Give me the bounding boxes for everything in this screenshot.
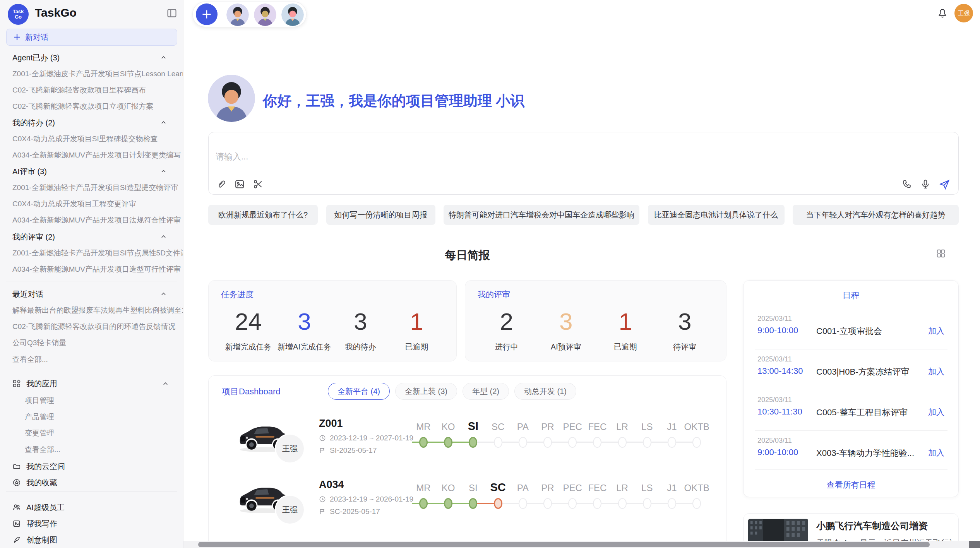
chevron-up-icon[interactable] [161,291,166,296]
app-link[interactable]: 项目管理 [25,395,180,406]
list-item[interactable]: C02-飞腾新能源轻客改款项目里程碑画布 [12,84,183,96]
list-item[interactable]: 解释最新出台的欧盟报废车法规再生塑料比例被调至15% [12,305,183,316]
schedule-event[interactable]: X003-车辆动力学性能验... [816,447,914,459]
project-code[interactable]: A034 [319,479,344,491]
milestone-dot [692,437,701,448]
milestone-label: PEC [563,483,582,493]
view-all-schedule-link[interactable]: 查看所有日程 [744,480,958,490]
schedule-date: 2025/03/11 [757,396,792,404]
suggestion-chip[interactable]: 当下年轻人对汽车外观有怎样的喜好趋势 [793,205,959,225]
chat-input[interactable] [216,152,796,162]
avatar[interactable] [226,3,249,26]
chevron-up-icon[interactable] [161,120,166,125]
phone-icon[interactable] [901,179,912,190]
chevron-up-icon[interactable] [161,169,166,173]
sidebar-item-my-apps[interactable]: 我的应用 [12,378,57,389]
tab-new-platform[interactable]: 全新平台 (4) [328,383,390,400]
join-link[interactable]: 加入 [928,447,944,458]
list-item[interactable]: 公司Q3轻卡销量 [12,337,183,349]
milestone-dot [494,437,502,448]
layout-grid-icon[interactable] [936,248,946,259]
schedule-event[interactable]: C005-整车工程目标评审 [816,407,908,418]
list-item[interactable]: Z001-全新燃油皮卡产品开发项目SI节点Lesson Learn报告 [12,68,183,80]
milestone-label: KO [442,483,455,493]
sidebar-item-creative-draw[interactable]: 创意制图 [12,534,57,546]
app-link[interactable]: 变更管理 [25,427,180,439]
section-recent-chats[interactable]: 最近对话 [12,288,171,300]
schedule-time: 13:00-14:30 [757,366,803,376]
sidebar-item-help-write[interactable]: 帮我写作 [12,518,57,529]
join-link[interactable]: 加入 [928,366,944,377]
section-agent-done[interactable]: Agent已办 (3) [12,52,171,63]
dashboard-title: 项目Dashboard [222,386,281,397]
horizontal-scrollbar-thumb[interactable] [198,542,930,547]
image-upload-icon[interactable] [234,179,245,190]
list-item[interactable]: A034-全新新能源MUV产品开发项目法规符合性评审 [12,214,183,226]
view-all-link[interactable]: 查看全部... [25,444,180,456]
logo-text-top: Task [13,9,24,14]
sidebar-item-favorites[interactable]: 我的收藏 [12,477,57,488]
scissors-icon[interactable] [253,179,264,190]
list-item[interactable]: Z001-全新燃油轻卡产品开发项目SI节点属性5D文件评审 [12,247,183,259]
plus-icon [14,34,21,41]
section-my-todo[interactable]: 我的待办 (2) [12,117,171,128]
milestone-dot [568,437,577,448]
divider [6,367,177,367]
sidebar-item-ai-employee[interactable]: AI超级员工 [12,502,65,513]
suggestion-chip[interactable]: 特朗普可能对进口汽车增税会对中国车企造成哪些影响 [444,205,639,225]
send-icon[interactable] [939,179,950,190]
suggestion-chip[interactable]: 欧洲新规最近颁布了什么? [208,205,318,225]
milestone-label: MR [416,421,430,432]
list-item[interactable]: C0X4-动力总成开发项目SI里程碑提交物检查 [12,133,183,145]
sidebar-collapse-icon[interactable] [166,8,177,19]
milestone-dot [543,437,552,448]
avatar[interactable] [254,3,276,26]
list-item[interactable]: A034-全新新能源MUV产品开发项目造型可行性评审 [12,264,183,275]
stat-in-progress: 2进行中 [477,302,536,361]
list-item[interactable]: C0X4-动力总成开发项目工程变更评审 [12,198,183,210]
section-ai-review[interactable]: AI评审 (3) [12,166,171,177]
attachment-icon[interactable] [216,179,226,190]
new-session-button[interactable] [196,3,218,25]
suggestion-chip[interactable]: 如何写一份清晰的项目周报 [326,205,435,225]
schedule-event[interactable]: C001-立项审批会 [816,325,882,337]
section-my-review[interactable]: 我的评审 (2) [12,231,171,243]
new-chat-button[interactable]: 新对话 [6,29,177,46]
clock-icon [319,435,326,442]
sidebar-item-cloud-space[interactable]: 我的云空间 [12,461,65,472]
greeting-text: 你好，王强，我是你的项目管理助理 小识 [263,91,524,111]
project-code[interactable]: Z001 [319,418,343,430]
section-title: Agent已办 (3) [12,53,60,62]
project-flag-date: SC-2025-05-17 [319,507,380,516]
image-icon [12,519,21,528]
chevron-up-icon[interactable] [161,234,166,239]
microphone-icon[interactable] [920,179,931,190]
flag-icon [319,508,326,515]
list-item[interactable]: Z001-全新燃油轻卡产品开发项目SI造型提交物评审 [12,182,183,194]
user-avatar[interactable]: 王强 [954,4,973,22]
tab-model-year[interactable]: 年型 (2) [463,383,509,400]
divider [755,430,947,431]
app-link[interactable]: 产品管理 [25,411,180,423]
join-link[interactable]: 加入 [928,407,944,418]
divider [755,349,947,349]
list-item[interactable]: C02-飞腾新能源轻客改款项目立项汇报方案 [12,101,183,112]
logo-text-bottom: Go [15,14,22,20]
list-item[interactable]: A034-全新新能源MUV产品开发项目计划变更类编写 [12,149,183,161]
suggestion-chip[interactable]: 比亚迪全固态电池计划具体说了什么 [648,205,785,225]
schedule-title: 日程 [744,290,958,301]
chevron-up-icon[interactable] [161,55,166,60]
notification-bell-icon[interactable] [937,8,948,19]
chevron-up-icon[interactable] [163,381,168,386]
join-link[interactable]: 加入 [928,325,944,336]
tab-new-body[interactable]: 全新上装 (3) [395,383,457,400]
schedule-event[interactable]: C003|H0B-方案冻结评审 [816,366,909,378]
milestone-label: PR [541,483,554,493]
list-item[interactable]: C02-飞腾新能源轻客改款项目的闭环通告反馈情况 [12,321,183,332]
tab-powertrain[interactable]: 动总开发 (1) [514,383,576,400]
schedule-card: 日程 2025/03/11 9:00-10:00 C001-立项审批会 加入 2… [743,280,959,497]
view-all-link[interactable]: 查看全部... [12,354,183,365]
avatar[interactable] [281,3,304,26]
app-title: TaskGo [35,6,77,19]
suggestion-chips: 欧洲新规最近颁布了什么? 如何写一份清晰的项目周报 特朗普可能对进口汽车增税会对… [208,205,959,225]
